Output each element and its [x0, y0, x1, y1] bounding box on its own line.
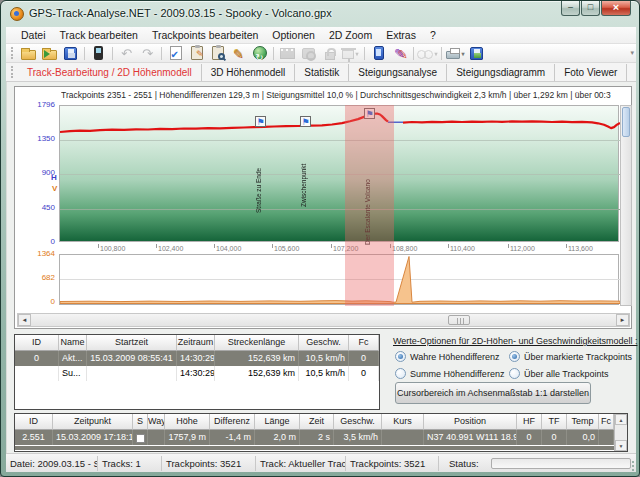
header-cell[interactable]: Waypoint [148, 414, 165, 430]
pens-button[interactable]: ✎ [389, 44, 410, 62]
draw-track-button[interactable]: ✎ [228, 44, 249, 62]
radio-icon[interactable] [395, 368, 406, 379]
close-button[interactable]: × [601, 1, 631, 16]
track-row-selected[interactable]: 0 Akt... 15.03.2009 08:55:41 14:30:29 15… [15, 351, 379, 366]
clipboard-edit-button[interactable]: ✎ [186, 44, 207, 62]
save-button[interactable] [60, 44, 81, 62]
radio-icon[interactable] [395, 351, 406, 362]
header-cell[interactable]: Länge [255, 414, 300, 430]
draw-pencil-icon: ✎ [233, 47, 244, 60]
flag-marker[interactable]: ⚑ [300, 116, 311, 127]
maximize-button[interactable]: □ [581, 1, 600, 16]
cell: 152,639 km [215, 351, 299, 366]
x-tick [98, 244, 99, 248]
trackpoint-row-partial[interactable] [15, 445, 614, 450]
clipboard-find-button[interactable] [207, 44, 228, 62]
vertical-scroll-thumb[interactable] [622, 107, 630, 137]
radio-summe-hoehendifferenz[interactable]: Summe Höhendifferenz [395, 368, 504, 379]
radio-wahre-hoehendifferenz[interactable]: Wahre Höhendifferenz [395, 351, 500, 362]
elevation-plot[interactable] [59, 105, 619, 242]
x-tick [156, 244, 157, 248]
toolbar-separator [161, 47, 162, 60]
selection-band[interactable] [345, 105, 394, 306]
header-cell[interactable]: Geschw. [334, 414, 382, 430]
trackpoint-table-scrollbar[interactable]: ▲ ▼ [614, 414, 627, 451]
radio-ueber-alle-trackpoints[interactable]: Über alle Trackpoints [509, 368, 609, 379]
header-cell[interactable]: ID [15, 414, 53, 430]
header-cell[interactable]: Zeitraum [177, 335, 215, 351]
header-cell[interactable]: Position [424, 414, 517, 430]
header-cell[interactable]: Startzeit [87, 335, 177, 351]
edit-trackpoints-button[interactable]: ✔ [165, 44, 186, 62]
toolbar-overflow-icon[interactable]: ▾ [630, 49, 634, 57]
camera-button[interactable] [298, 44, 319, 62]
menu-datei[interactable]: Datei [14, 27, 53, 43]
header-cell[interactable]: Fc [599, 414, 614, 430]
horizontal-scroll-thumb[interactable] [448, 315, 470, 325]
header-cell[interactable]: Zeitpunkt [53, 414, 133, 430]
redo-button[interactable]: ↷ [137, 44, 158, 62]
menu-track-bearbeiten[interactable]: Track bearbeiten [53, 27, 145, 43]
presentation-button[interactable]: ▾ [340, 44, 361, 62]
refresh-map-button[interactable]: ↻ [249, 44, 270, 62]
mobile-device-button[interactable] [368, 44, 389, 62]
header-cell[interactable]: Temp [567, 414, 599, 430]
header-cell[interactable]: ID [15, 335, 59, 351]
export-image-button[interactable] [466, 44, 487, 62]
cyclist-button[interactable]: ▾ [417, 44, 438, 62]
y-tick-label: 1350 [21, 134, 55, 143]
trackpoint-row-selected[interactable]: 2.551 15.03.2009 17:18:12 1757,9 m -1,4 … [15, 430, 627, 445]
tab-track-bearbeitung[interactable]: Track-Bearbeitung / 2D Höhenmodell [18, 64, 202, 81]
speed-plot[interactable] [59, 254, 619, 305]
header-cell[interactable]: Höhe [165, 414, 210, 430]
toolbar-grip[interactable] [11, 47, 14, 59]
video-button[interactable] [277, 44, 298, 62]
menu-trackpoints-bearbeiten[interactable]: Trackpoints bearbeiten [145, 27, 265, 43]
flag-marker[interactable]: ⚑ [255, 116, 266, 127]
tab-steigungsdiagramm[interactable]: Steigungsdiagramm [447, 64, 555, 81]
header-cell[interactable]: Geschw. [299, 335, 349, 351]
redo-icon: ↷ [142, 47, 153, 60]
header-cell[interactable]: HF [517, 414, 542, 430]
radio-icon[interactable] [509, 351, 520, 362]
x-tick-label: 102,400 [158, 245, 183, 252]
gps-device-icon [94, 46, 103, 60]
menu-help[interactable]: ? [423, 27, 443, 43]
menu-optionen[interactable]: Optionen [265, 27, 322, 43]
menu-extras[interactable]: Extras [379, 27, 423, 43]
open-file-button[interactable] [18, 44, 39, 62]
print-button[interactable]: ▾ [445, 44, 466, 62]
radio-ueber-markierte-trackpoints[interactable]: Über markierte Trackpoints [509, 351, 632, 362]
chart-horizontal-scrollbar[interactable]: ◄ ► [17, 313, 630, 327]
track-row[interactable]: Su... 14:30:29 152,639 km 10,5 km/h 0 [15, 366, 379, 381]
chart-vertical-scrollbar[interactable] [620, 105, 632, 306]
title-bar[interactable]: GPS-Track-Analyse.NET - 2009.03.15 - Spo… [1, 1, 639, 27]
header-cell[interactable]: TF [542, 414, 567, 430]
tabstrip-grip[interactable] [11, 66, 14, 78]
radio-icon[interactable] [509, 368, 520, 379]
tab-steigungsanalyse[interactable]: Steigungsanalyse [349, 64, 447, 81]
cell: 0 [349, 351, 379, 366]
header-cell[interactable]: Fc [349, 335, 379, 351]
tab-statistik[interactable]: Statistik [295, 64, 349, 81]
x-tick [508, 244, 509, 248]
resize-grip[interactable] [631, 460, 636, 472]
import-track-button[interactable] [39, 44, 60, 62]
cursor-range-button[interactable]: Cursorbereich im Achsenmaßstab 1:1 darst… [395, 382, 591, 404]
header-cell[interactable]: Differenz [210, 414, 255, 430]
header-cell[interactable]: Name [59, 335, 87, 351]
header-cell[interactable]: Streckenlänge [215, 335, 299, 351]
header-cell[interactable]: Zeit [300, 414, 334, 430]
checkbox[interactable] [136, 434, 145, 443]
menu-2d-zoom[interactable]: 2D Zoom [322, 27, 379, 43]
minimize-button[interactable]: – [561, 1, 580, 16]
cell: 15.03.2009 17:18:12 [53, 430, 133, 445]
cell: 14:30:29 [177, 351, 215, 366]
gps-device-button[interactable] [88, 44, 109, 62]
tab-3d-hoehenmodell[interactable]: 3D Höhenmodell [202, 64, 296, 81]
tab-foto-viewer[interactable]: Foto Viewer [555, 64, 627, 81]
lock-button[interactable] [319, 44, 340, 62]
undo-button[interactable]: ↶ [116, 44, 137, 62]
header-cell[interactable]: S [133, 414, 148, 430]
header-cell[interactable]: Kurs [382, 414, 424, 430]
